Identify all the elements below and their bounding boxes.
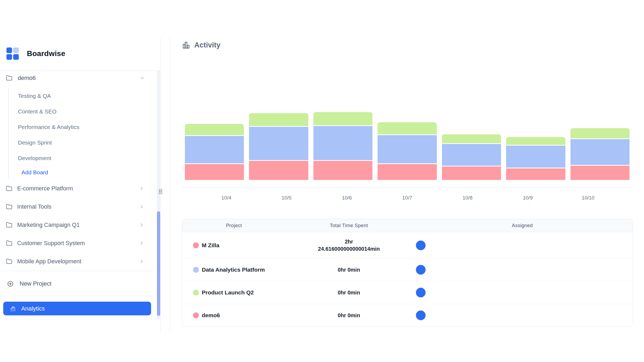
bar-segment-green — [570, 128, 630, 138]
assignee-avatar[interactable] — [416, 241, 426, 250]
table-header-row: Project Total Time Spent Assigned — [182, 219, 633, 232]
bar-segment-blue — [506, 146, 565, 168]
table-body: M Zilla2hr 24.616000000000014minData Ana… — [182, 232, 633, 327]
assignee-avatar[interactable] — [416, 265, 426, 275]
project-label: Mobile App Development — [17, 258, 81, 265]
total-time-value: 0hr 0min — [338, 289, 360, 296]
bar-segment-blue — [442, 144, 501, 166]
bar-segment-green — [185, 124, 244, 135]
sidebar-project-item[interactable]: Mobile App Development — [0, 252, 160, 271]
project-cell: Data Analytics Platform — [182, 267, 286, 273]
bar-segment-red — [185, 164, 244, 180]
brand-title: Boardwise — [27, 49, 65, 58]
bar-10/4 — [185, 124, 244, 180]
total-time-value: 2hr 24.616000000000014min — [315, 238, 382, 253]
table-row: M Zilla2hr 24.616000000000014min — [182, 232, 633, 258]
divider — [0, 71, 160, 71]
sidebar: Boardwise demo6 Testing & QAContent & SE… — [0, 0, 160, 333]
total-time-value: 0hr 0min — [338, 266, 360, 274]
x-axis-label: 10/10 — [558, 195, 618, 201]
column-header-total-time: Total Time Spent — [286, 223, 412, 228]
activity-title: Activity — [194, 41, 221, 49]
sidebar-project-item[interactable]: E-commerce Platform — [0, 179, 160, 198]
assignee-avatar[interactable] — [416, 288, 426, 297]
x-axis-label: 10/8 — [437, 195, 498, 201]
bar-10/8 — [442, 134, 501, 180]
sidebar-item-label: demo6 — [18, 75, 36, 82]
grip-dots-icon — [159, 190, 162, 194]
assignee-avatar[interactable] — [416, 311, 426, 320]
sidebar-right-border — [160, 38, 160, 333]
plus-circle-icon — [7, 280, 14, 287]
x-axis-label: 10/7 — [377, 195, 437, 201]
folder-icon — [6, 222, 12, 228]
sidebar-project-item[interactable]: Internal Tools — [0, 198, 160, 216]
bar-segment-red — [442, 167, 501, 180]
analytics-button[interactable]: Analytics — [3, 302, 151, 315]
main-panel-left-border — [170, 38, 170, 333]
new-project-button[interactable]: New Project — [0, 276, 150, 291]
table-row: Product Launch Q20hr 0min — [182, 281, 633, 304]
sidebar-board-item[interactable]: Content & SEO — [9, 104, 148, 119]
project-label: E-commerce Platform — [17, 185, 73, 192]
sidebar-item-demo6[interactable]: demo6 — [0, 72, 150, 84]
project-color-dot — [193, 312, 199, 318]
bar-segment-green — [313, 112, 372, 125]
project-label: Customer Support System — [17, 240, 85, 247]
project-color-dot — [193, 242, 199, 248]
app-root: Boardwise demo6 Testing & QAContent & SE… — [0, 0, 644, 362]
bar-segment-green — [249, 113, 308, 126]
bar-segment-green — [378, 122, 437, 134]
folder-icon — [6, 258, 12, 265]
add-board-button[interactable]: Add Board — [9, 166, 148, 179]
bar-segment-blue — [249, 127, 308, 160]
chevron-right-icon — [139, 186, 144, 191]
chevron-right-icon — [139, 259, 144, 264]
board-list: Testing & QAContent & SEOPerformance & A… — [8, 88, 148, 179]
x-axis-label: 10/9 — [498, 195, 558, 201]
sidebar-board-item[interactable]: Testing & QA — [9, 88, 148, 104]
sidebar-scrollbar-thumb[interactable] — [157, 211, 160, 316]
project-cell: M Zilla — [182, 242, 286, 249]
total-time-cell: 0hr 0min — [286, 312, 412, 319]
sidebar-board-item[interactable]: Development — [9, 150, 148, 166]
project-name: demo6 — [202, 312, 220, 319]
bar-segment-green — [506, 137, 565, 145]
stacked-bar-chart — [185, 110, 630, 180]
chevron-down-icon — [140, 75, 145, 81]
sidebar-board-item[interactable]: Performance & Analytics — [9, 119, 148, 135]
activity-header: Activity — [182, 40, 221, 50]
sidebar-project-item[interactable]: Customer Support System — [0, 234, 160, 252]
sidebar-board-item[interactable]: Design Sprint — [9, 135, 148, 150]
x-axis-label: 10/6 — [317, 195, 377, 201]
divider — [0, 271, 153, 271]
project-list: E-commerce PlatformInternal ToolsMarketi… — [0, 179, 160, 271]
project-name: Data Analytics Platform — [202, 267, 265, 273]
assigned-cell — [412, 311, 633, 320]
project-label: Marketing Campaign Q1 — [17, 222, 80, 228]
chevron-right-icon — [139, 241, 144, 246]
folder-icon — [6, 240, 12, 246]
table-row: demo60hr 0min — [182, 304, 633, 327]
total-time-value: 0hr 0min — [338, 312, 360, 319]
column-header-assigned: Assigned — [412, 223, 633, 228]
bar-segment-blue — [313, 126, 372, 160]
bar-segment-red — [378, 164, 437, 180]
chevron-right-icon — [139, 204, 144, 209]
analytics-chart-icon — [10, 305, 17, 312]
bar-10/10 — [570, 128, 630, 180]
divider — [0, 296, 153, 296]
project-color-dot — [193, 290, 199, 295]
assigned-cell — [412, 265, 633, 275]
bar-10/9 — [506, 137, 565, 180]
bar-segment-green — [442, 134, 501, 143]
bar-segment-red — [570, 166, 630, 180]
sidebar-resize-handle[interactable] — [157, 188, 163, 195]
bar-segment-red — [313, 161, 372, 180]
x-axis-label: 10/4 — [196, 195, 257, 201]
sidebar-project-item[interactable]: Marketing Campaign Q1 — [0, 216, 160, 234]
assigned-cell — [412, 241, 633, 250]
bar-segment-blue — [570, 139, 630, 165]
divider — [0, 319, 160, 319]
chart-axis-line — [182, 187, 633, 187]
